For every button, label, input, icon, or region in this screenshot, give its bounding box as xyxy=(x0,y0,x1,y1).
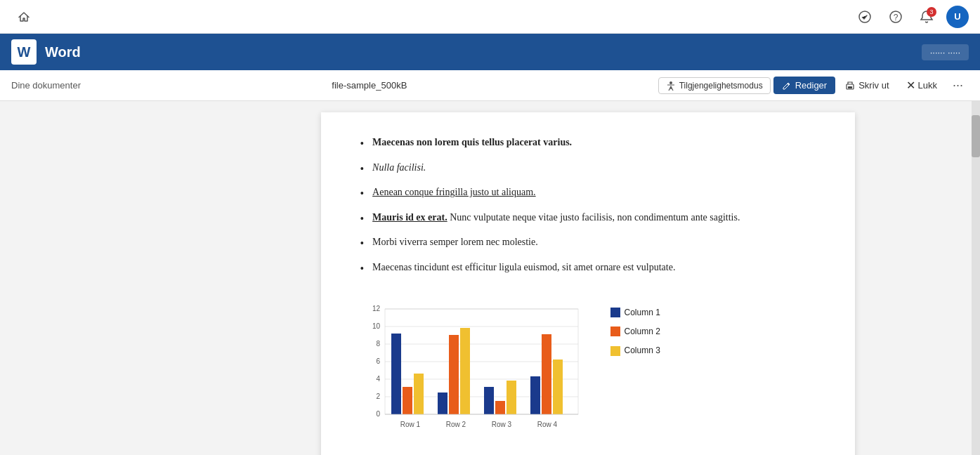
svg-text:0: 0 xyxy=(376,410,380,418)
svg-text:Row 4: Row 4 xyxy=(537,421,557,428)
bullet-text-3: Aenean conque fringilla justo ut aliquam… xyxy=(372,185,536,200)
svg-rect-23 xyxy=(438,393,447,414)
doc-area: Maecenas non lorem quis tellus placerat … xyxy=(0,101,980,455)
legend-label-3: Column 3 xyxy=(625,344,660,357)
svg-rect-30 xyxy=(542,334,551,414)
doc-actions: Tilgjengelighetsmodus Rediger Skriv ut ✕… xyxy=(658,74,969,96)
word-header-right: ······ ····· xyxy=(922,44,969,60)
word-logo: W xyxy=(11,39,37,65)
edit-button[interactable]: Rediger xyxy=(773,77,836,94)
svg-text:Row 3: Row 3 xyxy=(491,421,511,428)
bullet-text-2: Nulla facilisi. xyxy=(372,160,426,176)
bullet-text-1: Maecenas non lorem quis tellus placerat … xyxy=(372,135,572,150)
bullet-list: Maecenas non lorem quis tellus placerat … xyxy=(360,135,816,278)
accessibility-button[interactable]: Tilgjengelighetsmodus xyxy=(658,77,771,94)
chart-legend: Column 1 Column 2 Column 3 xyxy=(610,306,660,358)
scrollbar-thumb[interactable] xyxy=(972,115,980,157)
help-button[interactable]: ? xyxy=(884,6,907,28)
svg-rect-25 xyxy=(460,328,470,414)
user-avatar[interactable]: U xyxy=(946,6,969,28)
bullet-text-6: Maecenas tincidunt est efficitur ligula … xyxy=(372,260,675,275)
notification-badge: 3 xyxy=(927,7,936,17)
doc-content-wrapper[interactable]: Maecenas non lorem quis tellus placerat … xyxy=(204,101,972,455)
top-bar: ? 3 U xyxy=(0,0,980,34)
svg-text:?: ? xyxy=(894,13,899,22)
doc-page: Maecenas non lorem quis tellus placerat … xyxy=(321,112,855,455)
top-bar-left xyxy=(11,4,37,29)
svg-text:4: 4 xyxy=(376,375,380,383)
chart-container: 0 2 4 6 8 10 12 xyxy=(360,295,816,435)
svg-text:8: 8 xyxy=(376,340,380,348)
svg-text:6: 6 xyxy=(376,357,380,365)
word-title: Word xyxy=(45,44,81,60)
scrollbar[interactable] xyxy=(972,101,980,455)
bullet-text-5: Morbi viverra semper lorem nec molestie. xyxy=(372,235,538,250)
legend-label-2: Column 2 xyxy=(625,325,660,338)
accessibility-icon xyxy=(666,81,676,91)
svg-rect-21 xyxy=(403,387,412,414)
svg-text:Row 2: Row 2 xyxy=(445,421,466,428)
bar-chart: 0 2 4 6 8 10 12 xyxy=(360,295,599,435)
svg-point-3 xyxy=(669,81,672,84)
edit-icon xyxy=(782,81,792,91)
chart-area: 0 2 4 6 8 10 12 xyxy=(360,295,599,435)
top-bar-right: ? 3 U xyxy=(854,6,969,28)
close-button[interactable]: ✕ Lukk xyxy=(899,75,944,95)
svg-rect-27 xyxy=(495,401,505,414)
list-item: Maecenas tincidunt est efficitur ligula … xyxy=(360,260,816,278)
svg-text:10: 10 xyxy=(372,322,380,330)
svg-rect-26 xyxy=(484,387,494,414)
word-header-left: W Word xyxy=(11,39,81,65)
svg-rect-31 xyxy=(553,360,563,414)
svg-rect-28 xyxy=(507,381,516,414)
doc-toolbar: Dine dokumenter file-sample_500kB Tilgje… xyxy=(0,70,980,101)
close-icon: ✕ xyxy=(906,79,915,92)
svg-rect-5 xyxy=(848,86,852,88)
list-item: Mauris id ex erat. Nunc vulputate neque … xyxy=(360,210,816,228)
legend-color-3 xyxy=(610,346,620,356)
svg-rect-22 xyxy=(414,374,424,414)
sidebar-left xyxy=(0,101,204,455)
svg-text:Row 1: Row 1 xyxy=(400,421,420,428)
legend-item-2: Column 2 xyxy=(610,325,660,338)
breadcrumb[interactable]: Dine dokumenter xyxy=(11,80,81,91)
svg-rect-24 xyxy=(449,335,459,414)
user-name-button[interactable]: ······ ····· xyxy=(922,44,969,60)
legend-color-1 xyxy=(610,308,620,317)
svg-rect-29 xyxy=(530,376,540,414)
legend-label-1: Column 1 xyxy=(625,306,660,319)
legend-color-2 xyxy=(610,327,620,336)
list-item: Morbi viverra semper lorem nec molestie. xyxy=(360,235,816,253)
more-button[interactable]: ··· xyxy=(947,74,969,96)
legend-item-1: Column 1 xyxy=(610,306,660,319)
home-button[interactable] xyxy=(11,4,37,29)
list-item: Nulla facilisi. xyxy=(360,160,816,178)
svg-rect-20 xyxy=(391,334,401,414)
document-filename: file-sample_500kB xyxy=(81,80,658,91)
word-header: W Word ······ ····· xyxy=(0,34,980,70)
print-button[interactable]: Skriv ut xyxy=(838,77,896,94)
list-item: Aenean conque fringilla justo ut aliquam… xyxy=(360,185,816,203)
print-icon xyxy=(845,81,855,91)
svg-text:12: 12 xyxy=(372,305,380,312)
notification-button[interactable]: 3 xyxy=(915,6,938,28)
check-circle-button[interactable] xyxy=(854,6,876,28)
bullet-text-4: Mauris id ex erat. Nunc vulputate neque … xyxy=(372,210,740,225)
legend-item-3: Column 3 xyxy=(610,344,660,357)
list-item: Maecenas non lorem quis tellus placerat … xyxy=(360,135,816,153)
svg-text:2: 2 xyxy=(376,393,380,400)
